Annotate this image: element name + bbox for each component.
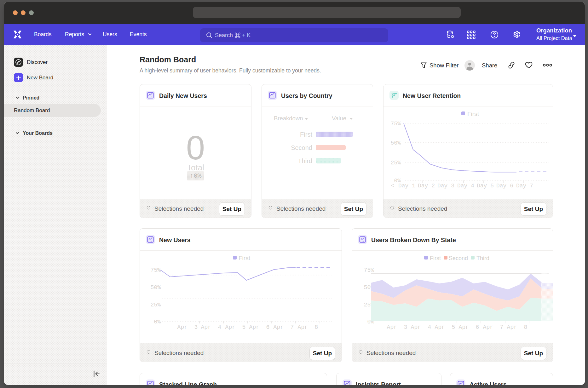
svg-text:Apr 3: Apr 3 xyxy=(387,324,407,330)
svg-text:0%: 0% xyxy=(154,319,161,325)
svg-text:Third: Third xyxy=(476,255,489,261)
svg-text:Day 3: Day 3 xyxy=(437,183,454,189)
svg-text:25%: 25% xyxy=(391,160,401,166)
svg-text:Day 6: Day 6 xyxy=(496,183,513,189)
svg-text:25%: 25% xyxy=(151,302,161,308)
svg-text:Apr 8: Apr 8 xyxy=(507,324,527,330)
svg-text:Day 5: Day 5 xyxy=(477,183,494,189)
svg-text:First: First xyxy=(239,255,251,261)
svg-text:First: First xyxy=(467,111,479,117)
svg-text:Second: Second xyxy=(449,255,468,261)
svg-text:75%: 75% xyxy=(391,121,401,127)
svg-text:Day 4: Day 4 xyxy=(457,183,474,189)
svg-text:50%: 50% xyxy=(151,284,161,291)
svg-text:Day 2: Day 2 xyxy=(418,183,435,189)
svg-text:Apr 7: Apr 7 xyxy=(274,324,294,330)
svg-text:First: First xyxy=(430,255,441,261)
svg-text:75%: 75% xyxy=(364,267,374,273)
svg-text:Apr 4: Apr 4 xyxy=(411,324,431,330)
svg-text:Apr 5: Apr 5 xyxy=(225,324,246,330)
svg-text:Apr 6: Apr 6 xyxy=(249,324,270,330)
svg-text:<: < xyxy=(391,183,395,189)
svg-text:Apr 7: Apr 7 xyxy=(483,324,504,330)
svg-text:50%: 50% xyxy=(391,140,401,146)
svg-text:Apr 8: Apr 8 xyxy=(298,324,318,330)
svg-text:Apr 3: Apr 3 xyxy=(177,324,198,330)
svg-text:Day 1: Day 1 xyxy=(398,183,415,189)
svg-text:Apr 4: Apr 4 xyxy=(201,324,222,330)
svg-text:Apr 6: Apr 6 xyxy=(459,324,479,330)
svg-text:Day 7: Day 7 xyxy=(516,183,533,189)
svg-text:Apr 5: Apr 5 xyxy=(435,324,455,330)
svg-text:75%: 75% xyxy=(151,267,161,273)
